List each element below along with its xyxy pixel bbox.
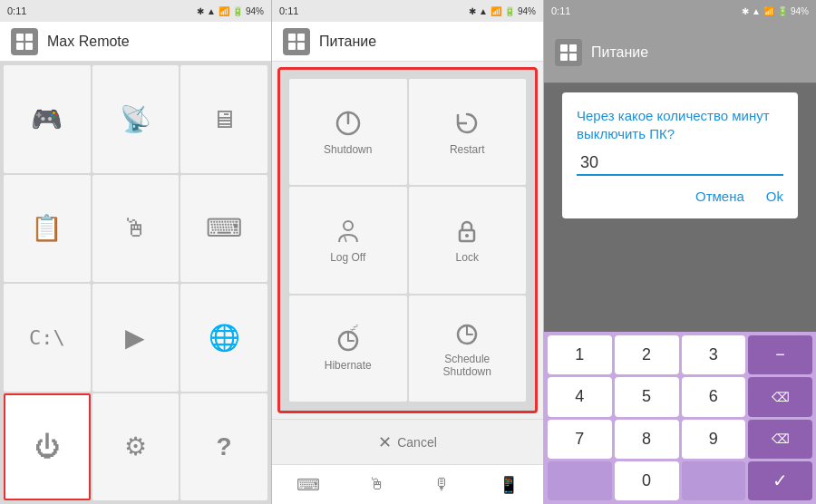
battery-icon-3: 🔋 [777, 6, 788, 16]
grid-cell-media[interactable]: ▶ [92, 284, 180, 392]
key-6[interactable]: 6 [682, 377, 746, 416]
key-2[interactable]: 2 [615, 335, 679, 374]
help-icon: ? [217, 432, 232, 461]
svg-rect-2 [16, 43, 24, 50]
dialog-buttons: Отмена Ok [577, 185, 783, 204]
power-title: Питание [319, 34, 376, 50]
grid-cell-power[interactable]: ⏻ [4, 393, 91, 501]
dialog-question: Через какое количество минут выключить П… [577, 107, 783, 142]
key-confirm[interactable]: ✓ [748, 461, 812, 500]
key-0[interactable]: 0 [615, 461, 679, 500]
shutdown-icon [334, 109, 363, 138]
status-icons-2: ✱ ▲ 📶 🔋 94% [469, 6, 536, 16]
logo-svg-1 [15, 33, 34, 51]
wifi-icon-2: 📶 [491, 6, 501, 16]
hibernate-cell[interactable]: z z z Hibernate [289, 296, 407, 402]
key-1[interactable]: 1 [548, 335, 612, 374]
app-logo-3 [555, 39, 582, 66]
media-icon: ▶ [125, 323, 145, 353]
svg-rect-26 [569, 53, 577, 61]
key-empty-left [548, 461, 612, 500]
key-7[interactable]: 7 [548, 420, 612, 459]
schedule-shutdown-label: ScheduleShutdown [443, 353, 491, 379]
svg-rect-3 [25, 43, 33, 50]
key-4[interactable]: 4 [548, 377, 612, 416]
panel-main: 0:11 ✱ ▲ 📶 🔋 94% Max Remote 🎮 📡 [0, 0, 272, 504]
remote-icon: 📡 [120, 104, 151, 134]
grid-cell-remote[interactable]: 📡 [92, 65, 180, 173]
key-minus[interactable]: − [748, 335, 812, 374]
power-icon-main: ⏻ [34, 431, 60, 461]
status-time-3: 0:11 [551, 5, 570, 16]
hibernate-label: Hibernate [325, 359, 372, 372]
tablet-nav-icon[interactable]: 📱 [499, 475, 519, 495]
key-8[interactable]: 8 [615, 420, 679, 459]
key-empty-right [682, 461, 746, 500]
key-9[interactable]: 9 [682, 420, 746, 459]
svg-rect-24 [569, 44, 577, 52]
status-time-2: 0:11 [279, 5, 298, 16]
status-icons-3: ✱ ▲ 📶 🔋 94% [742, 6, 809, 16]
key-5[interactable]: 5 [615, 377, 679, 416]
grid-cell-mouse[interactable]: 🖱 [92, 175, 180, 283]
grid-cell-numpad[interactable]: ⌨ [180, 175, 267, 283]
battery-icon-2: 🔋 [504, 6, 515, 16]
bluetooth-icon-2: ✱ [469, 6, 476, 16]
grid-cell-gamepad[interactable]: 🎮 [4, 65, 91, 173]
svg-rect-5 [297, 34, 305, 41]
battery-pct-1: 94% [246, 6, 264, 16]
grid-cell-document[interactable]: 📋 [4, 175, 91, 283]
shutdown-cell[interactable]: Shutdown [289, 79, 407, 185]
battery-pct-3: 94% [791, 6, 809, 16]
svg-rect-4 [288, 34, 296, 41]
keyboard-nav-icon[interactable]: ⌨ [296, 475, 320, 495]
time-label-3: 0:11 [551, 5, 570, 16]
grid-cell-monitor[interactable]: 🖥 [180, 65, 267, 173]
restart-cell[interactable]: Restart [409, 79, 527, 185]
svg-rect-6 [288, 43, 296, 50]
svg-rect-25 [560, 53, 568, 61]
schedule-icon [452, 318, 481, 347]
cancel-dialog-button[interactable]: Отмена [695, 189, 744, 204]
panel3-title: Питание [591, 44, 648, 61]
signal-icon-3: ▲ [752, 6, 761, 16]
bluetooth-icon-3: ✱ [742, 6, 749, 16]
svg-rect-0 [16, 34, 24, 41]
logoff-icon [334, 217, 363, 246]
panel-power: 0:11 ✱ ▲ 📶 🔋 94% Питание Shu [272, 0, 544, 504]
numeric-keyboard: 1 2 3 − 4 5 6 ⌫ 7 8 9 ⌫ 0 ✓ [544, 332, 816, 504]
battery-icon-1: 🔋 [232, 6, 243, 16]
grid-cell-browser[interactable]: 🌐 [180, 284, 267, 392]
app-logo-2 [283, 28, 310, 55]
browser-icon: 🌐 [209, 323, 240, 353]
mouse-nav-icon[interactable]: 🖱 [369, 475, 385, 494]
gamepad-icon: 🎮 [31, 104, 63, 134]
hibernate-icon: z z z [334, 325, 363, 354]
terminal-icon: C:\ [29, 326, 65, 349]
grid-cell-settings[interactable]: ⚙ [92, 393, 180, 501]
cancel-area[interactable]: ✕ Cancel [272, 419, 543, 464]
logo-svg-3 [559, 44, 578, 62]
ok-dialog-button[interactable]: Ok [766, 189, 783, 204]
key-backspace[interactable]: ⌫ [748, 377, 812, 416]
cancel-label: Cancel [397, 435, 437, 450]
time-label-2: 0:11 [279, 5, 298, 16]
svg-point-10 [344, 221, 353, 230]
power-grid: Shutdown Restart Log Off Lock [277, 67, 538, 413]
schedule-shutdown-cell[interactable]: ScheduleShutdown [409, 296, 527, 402]
grid-cell-help[interactable]: ? [180, 393, 267, 501]
monitor-icon: 🖥 [211, 104, 237, 134]
key-backspace-2[interactable]: ⌫ [748, 420, 812, 459]
lock-cell[interactable]: Lock [409, 187, 527, 293]
mic-nav-icon[interactable]: 🎙 [433, 475, 450, 494]
restart-icon [452, 109, 481, 138]
grid-cell-terminal[interactable]: C:\ [4, 284, 91, 392]
settings-icon: ⚙ [124, 431, 147, 461]
logoff-cell[interactable]: Log Off [289, 187, 407, 293]
key-3[interactable]: 3 [682, 335, 746, 374]
status-bar-2: 0:11 ✱ ▲ 📶 🔋 94% [272, 0, 543, 22]
svg-rect-7 [297, 43, 305, 50]
app-title-1: Max Remote [47, 34, 130, 50]
dialog-box: Через какое количество минут выключить П… [562, 92, 798, 218]
minutes-input[interactable] [577, 151, 783, 176]
